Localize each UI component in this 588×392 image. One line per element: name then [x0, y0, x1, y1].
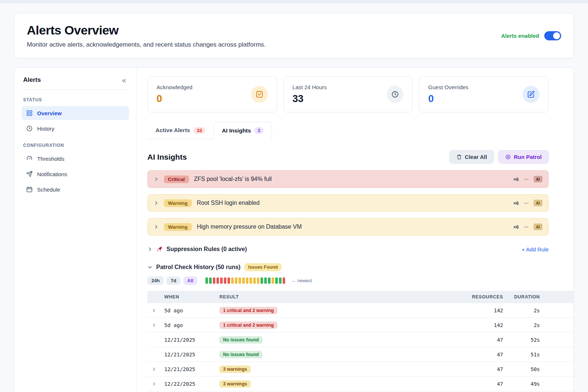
- sparkline-bar: [261, 277, 263, 284]
- rocket-icon: [156, 246, 163, 253]
- clear-all-label: Clear All: [465, 154, 487, 160]
- stat-value: 0: [428, 93, 468, 105]
- sparkline-bar: [268, 277, 270, 284]
- table-row[interactable]: 12/22/2025 3 warnings 47 49s: [147, 377, 574, 391]
- patrol-sparkline[interactable]: [205, 277, 285, 284]
- sidebar-item-thresholds[interactable]: Thresholds: [22, 152, 129, 166]
- alert-message: Root SSH login enabled: [197, 200, 260, 206]
- chevron-right-icon[interactable]: [152, 367, 164, 371]
- patrol-filters: 24h 7d All ← newest: [147, 276, 549, 285]
- sparkline-bar: [224, 277, 226, 284]
- grid-icon: [26, 110, 33, 116]
- row-resources: 47: [455, 337, 503, 343]
- ai-insight-alerts: Critical ZFS pool 'local-zfs' is 94% ful…: [147, 170, 574, 236]
- chevron-right-icon[interactable]: [154, 177, 159, 182]
- sidebar-item-history[interactable]: History: [22, 121, 129, 135]
- result-badge: 1 critical and 2 warning: [219, 322, 277, 329]
- col-resources: RESOURCES: [455, 294, 503, 300]
- table-row[interactable]: 12/21/2025 3 warnings 47 50s: [147, 362, 574, 377]
- tab-ai-insights[interactable]: AI Insights 3: [214, 122, 272, 139]
- sparkline-bar: [227, 277, 230, 284]
- sidebar-item-overview[interactable]: Overview: [22, 106, 129, 120]
- toggle-knob: [553, 32, 560, 39]
- filter-all[interactable]: All: [183, 276, 198, 285]
- chevron-right-icon[interactable]: [152, 323, 164, 327]
- sparkline-bar: [272, 277, 274, 284]
- chevron-right-icon[interactable]: [154, 224, 159, 229]
- alert-row-critical[interactable]: Critical ZFS pool 'local-zfs' is 94% ful…: [147, 170, 549, 188]
- row-resources: 47: [455, 366, 503, 372]
- col-duration: DURATION: [503, 294, 540, 300]
- sidebar-item-label: Thresholds: [37, 156, 64, 162]
- row-duration: 52s: [503, 337, 540, 343]
- gauge-icon: [26, 155, 33, 162]
- sparkline-bar: [279, 277, 282, 284]
- dismiss-icon[interactable]: [524, 226, 528, 228]
- page-header: Alerts Overview Monitor active alerts, a…: [14, 13, 574, 58]
- suppression-rules-row: Suppression Rules (0 active) + Add Rule: [147, 242, 549, 257]
- alerts-enabled-toggle[interactable]: [544, 31, 561, 40]
- patrol-history-header: Patrol Check History (50 runs) Issues Fo…: [147, 263, 549, 271]
- ai-badge: AI: [534, 200, 543, 206]
- chevron-right-icon[interactable]: [152, 382, 164, 386]
- alerts-overview-page: Alerts Overview Monitor active alerts, a…: [0, 3, 588, 392]
- collapse-sidebar-icon[interactable]: «: [121, 76, 128, 84]
- result-badge: 3 warnings: [219, 366, 251, 373]
- sidebar-item-schedule[interactable]: Schedule: [22, 182, 129, 196]
- sparkline-bar: [205, 277, 208, 284]
- sparkline-bar: [213, 277, 215, 284]
- alert-row-warning[interactable]: Warning Root SSH login enabled ×6 AI: [147, 194, 549, 212]
- sparkline-bar: [235, 277, 237, 284]
- table-row[interactable]: 5d ago 1 critical and 2 warning 142 2s: [147, 303, 574, 318]
- row-when: 5d ago: [164, 308, 219, 313]
- row-when: 12/21/2025: [164, 352, 219, 357]
- sidebar-item-label: Notifications: [37, 171, 67, 177]
- row-when: 5d ago: [164, 322, 219, 328]
- sparkline-bar: [216, 277, 219, 284]
- run-patrol-button[interactable]: Run Patrol: [498, 150, 549, 164]
- sparkline-bar: [275, 277, 278, 284]
- ai-badge: AI: [534, 176, 543, 182]
- sparkline-bar: [250, 277, 252, 284]
- alert-row-warning[interactable]: Warning High memory pressure on Database…: [147, 218, 549, 236]
- sparkline-bar: [283, 277, 285, 284]
- severity-badge: Critical: [164, 175, 189, 183]
- row-when: 12/21/2025: [164, 366, 219, 372]
- tab-active-alerts[interactable]: Active Alerts 33: [147, 122, 214, 139]
- table-row[interactable]: 5d ago 1 critical and 2 warning 142 2s: [147, 318, 574, 333]
- add-rule-link[interactable]: + Add Rule: [521, 246, 549, 253]
- table-row[interactable]: 12/21/2025 No issues found 47 52s: [147, 333, 574, 347]
- filter-7d[interactable]: 7d: [166, 276, 180, 285]
- filter-24h[interactable]: 24h: [147, 276, 164, 285]
- chevron-right-icon[interactable]: [152, 308, 164, 313]
- stat-value: 33: [293, 93, 327, 105]
- check-square-icon: [251, 86, 268, 103]
- page-subtitle: Monitor active alerts, acknowledgements,…: [27, 41, 266, 48]
- chevron-right-icon[interactable]: [147, 247, 153, 252]
- chevron-down-icon[interactable]: [147, 265, 153, 270]
- stat-label: Guest Overrides: [428, 84, 468, 90]
- stat-label: Acknowledged: [157, 84, 193, 90]
- table-row[interactable]: 12/21/2025 No issues found 47 51s: [147, 347, 574, 362]
- sparkline-bar: [253, 277, 256, 284]
- clear-all-button[interactable]: Clear All: [449, 150, 494, 164]
- dismiss-icon[interactable]: [524, 179, 528, 180]
- newest-label: ← newest: [291, 278, 312, 283]
- row-when: 12/22/2025: [164, 381, 219, 387]
- sidebar-item-label: Overview: [37, 110, 62, 116]
- insights-actions: Clear All Run Patrol: [449, 150, 549, 164]
- dismiss-icon[interactable]: [524, 203, 528, 204]
- sparkline-bar: [231, 277, 234, 284]
- edit-icon: [523, 86, 539, 103]
- sparkline-bar: [257, 277, 259, 284]
- sparkline-bar: [246, 277, 248, 284]
- row-duration: 2s: [503, 308, 540, 313]
- alert-message: High memory pressure on Database VM: [197, 224, 302, 230]
- sidebar-section-configuration: CONFIGURATION: [23, 143, 128, 148]
- sidebar-item-label: History: [37, 126, 54, 132]
- result-badge: No issues found: [219, 351, 262, 358]
- sidebar-item-notifications[interactable]: Notifications: [22, 167, 129, 181]
- chevron-right-icon[interactable]: [154, 200, 159, 206]
- sparkline-bar: [264, 277, 267, 284]
- tab-label: Active Alerts: [155, 127, 190, 134]
